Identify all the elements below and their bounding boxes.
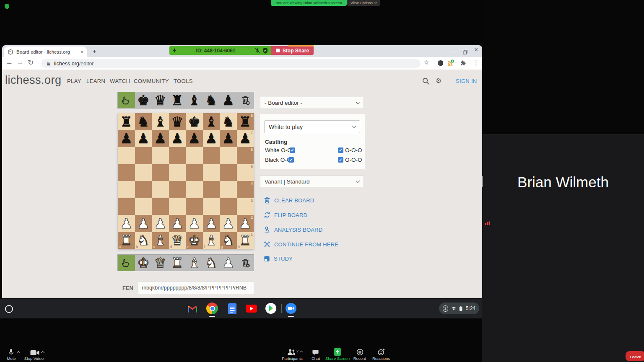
square-a8[interactable]: ♜ — [118, 113, 135, 130]
black-pawn[interactable]: ♟ — [188, 132, 200, 145]
share-screen-button[interactable] — [334, 348, 341, 356]
square-c8[interactable]: ♝ — [152, 113, 169, 130]
pointer-tool[interactable] — [118, 92, 135, 108]
white-pawn[interactable]: ♟ — [171, 217, 184, 230]
square-a5[interactable] — [118, 164, 135, 181]
square-e3[interactable] — [186, 198, 203, 215]
square-h2[interactable]: ♟2 — [237, 215, 254, 232]
reload-button[interactable]: ↻ — [28, 58, 34, 67]
forward-button[interactable]: → — [17, 58, 24, 67]
trash-tool[interactable] — [237, 92, 254, 108]
square-f4[interactable] — [203, 181, 220, 198]
white-bishop[interactable]: ♝ — [205, 233, 218, 247]
white-pawn[interactable]: ♟ — [120, 217, 132, 230]
black-pawn[interactable]: ♟ — [222, 132, 234, 145]
square-d1[interactable]: ♛d — [169, 232, 186, 249]
square-f6[interactable] — [203, 147, 220, 164]
rss-extension-icon[interactable] — [447, 59, 454, 68]
trash-tool[interactable] — [237, 255, 254, 271]
stop-share-button[interactable]: Stop Share — [271, 46, 314, 55]
square-h8[interactable]: ♜8 — [237, 113, 254, 130]
square-f5[interactable] — [203, 164, 220, 181]
square-c5[interactable] — [152, 164, 169, 181]
gmail-app-icon[interactable] — [187, 303, 198, 313]
square-d8[interactable]: ♛ — [169, 113, 186, 130]
view-options-button[interactable]: View Options — [347, 0, 380, 6]
white-knight[interactable]: ♞ — [222, 233, 234, 247]
square-h3[interactable]: 3 — [237, 198, 254, 215]
square-c3[interactable] — [152, 198, 169, 215]
square-f1[interactable]: ♝f — [203, 232, 220, 249]
square-d6[interactable] — [169, 147, 186, 164]
square-e2[interactable]: ♟ — [186, 215, 203, 232]
participants-button[interactable] — [287, 349, 296, 357]
spare-black-knight[interactable]: ♞ — [203, 92, 220, 108]
black-bishop[interactable]: ♝ — [205, 115, 218, 129]
participant-video-tile[interactable]: Brian Wilmeth — [482, 134, 644, 362]
tab-close-icon[interactable]: × — [80, 49, 83, 55]
black-knight[interactable]: ♞ — [137, 115, 150, 129]
settings-button[interactable]: ⚙ — [436, 77, 441, 85]
square-e5[interactable] — [186, 164, 203, 181]
square-g8[interactable]: ♞ — [220, 113, 237, 130]
square-f2[interactable]: ♟ — [203, 215, 220, 232]
square-b6[interactable] — [135, 147, 152, 164]
nav-tools[interactable]: TOOLS — [174, 78, 193, 84]
square-b5[interactable] — [135, 164, 152, 181]
square-a1[interactable]: ♜a — [118, 232, 135, 249]
white-king[interactable]: ♚ — [188, 233, 200, 247]
back-button[interactable]: ← — [6, 58, 13, 67]
square-c6[interactable] — [152, 147, 169, 164]
white-rook[interactable]: ♜ — [239, 233, 252, 247]
stop-video-options-caret[interactable] — [41, 351, 44, 354]
spare-black-pawn[interactable]: ♟ — [220, 92, 237, 108]
square-b1[interactable]: ♞b — [135, 232, 152, 249]
square-b7[interactable]: ♟ — [135, 130, 152, 147]
black-rook[interactable]: ♜ — [239, 115, 252, 129]
new-tab-button[interactable]: + — [93, 48, 96, 55]
square-a3[interactable] — [118, 198, 135, 215]
white-pawn[interactable]: ♟ — [205, 217, 218, 230]
flip-board-link[interactable]: FLIP BOARD — [264, 212, 307, 218]
panel-scrollbar-thumb[interactable] — [482, 176, 483, 187]
turn-select[interactable]: White to play — [264, 120, 360, 133]
spare-black-king[interactable]: ♚ — [135, 92, 152, 108]
nav-community[interactable]: COMMUNITY — [134, 78, 169, 84]
black-pawn[interactable]: ♟ — [171, 132, 184, 145]
fen-input[interactable] — [138, 282, 254, 294]
spare-white-bishop[interactable]: ♝ — [186, 255, 203, 271]
square-g1[interactable]: ♞g — [220, 232, 237, 249]
white-pawn[interactable]: ♟ — [188, 217, 200, 230]
black-queenside-checkbox[interactable]: ✓ — [338, 157, 343, 163]
black-pawn[interactable]: ♟ — [120, 132, 132, 145]
square-h4[interactable]: 4 — [237, 181, 254, 198]
variant-select[interactable]: Variant | Standard — [260, 176, 364, 187]
black-pawn[interactable]: ♟ — [137, 132, 150, 145]
square-d3[interactable] — [169, 198, 186, 215]
clear-board-link[interactable]: CLEAR BOARD — [264, 197, 314, 204]
participants-options-caret[interactable] — [300, 351, 303, 354]
square-d2[interactable]: ♟ — [169, 215, 186, 232]
square-h5[interactable]: 5 — [237, 164, 254, 181]
spare-black-bishop[interactable]: ♝ — [186, 92, 203, 108]
square-h1[interactable]: ♜1h — [237, 232, 254, 249]
square-g2[interactable]: ♟ — [220, 215, 237, 232]
play-store-app-icon[interactable] — [265, 303, 276, 315]
black-queen[interactable]: ♛ — [171, 115, 184, 129]
square-b3[interactable] — [135, 198, 152, 215]
analysis-board-link[interactable]: ANALYSIS BOARD — [264, 226, 322, 233]
square-e1[interactable]: ♚e — [186, 232, 203, 249]
search-button[interactable] — [422, 78, 429, 86]
white-pawn[interactable]: ♟ — [137, 217, 150, 230]
square-a7[interactable]: ♟ — [118, 130, 135, 147]
square-b4[interactable] — [135, 181, 152, 198]
spare-black-rook[interactable]: ♜ — [169, 92, 186, 108]
square-e8[interactable]: ♚ — [186, 113, 203, 130]
dark-mode-extension-icon[interactable] — [437, 60, 444, 68]
square-a6[interactable] — [118, 147, 135, 164]
square-g7[interactable]: ♟ — [220, 130, 237, 147]
square-d7[interactable]: ♟ — [169, 130, 186, 147]
extensions-puzzle-icon[interactable] — [460, 59, 467, 68]
black-kingside-checkbox[interactable]: ✓ — [288, 157, 294, 163]
spare-black-queen[interactable]: ♛ — [152, 92, 169, 108]
